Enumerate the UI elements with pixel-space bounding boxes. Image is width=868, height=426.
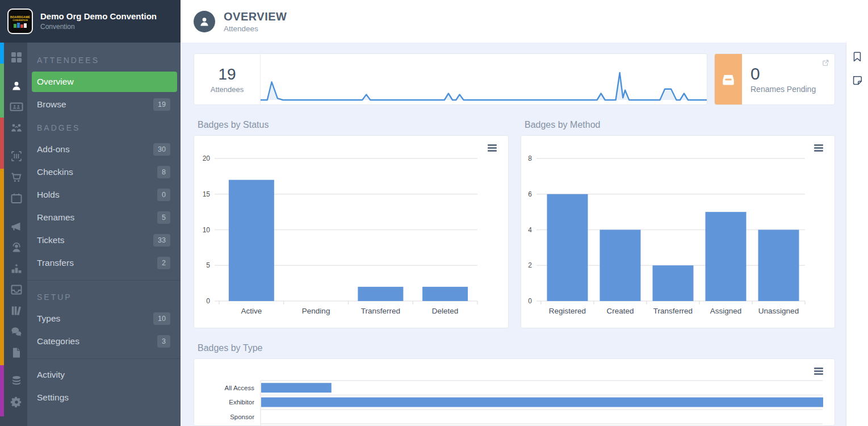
app-title: Demo Org Demo Convention [40, 11, 157, 22]
count-badge: 33 [153, 234, 170, 247]
inbox-tray-icon[interactable] [9, 282, 24, 297]
sidebar-item-label: Add-ons [37, 144, 70, 154]
org-logo[interactable]: BOARDGAME CONVENTION [7, 9, 33, 34]
sidebar-item-add-ons[interactable]: Add-ons30 [32, 139, 177, 160]
sidebar-item-label: Renames [37, 212, 74, 223]
sidebar-item-label: Settings [37, 392, 69, 403]
library-books-icon[interactable] [9, 303, 24, 318]
sidebar-item-label: Transfers [37, 258, 74, 268]
sidebar-item-categories[interactable]: Categories3 [32, 331, 177, 352]
leaderboard-podium-icon[interactable] [9, 261, 24, 276]
badges-by-status-chart: 05101520ActivePendingTransferredDeleted [194, 135, 509, 328]
chat-bubbles-icon[interactable] [9, 324, 24, 339]
app-subtitle: Convention [40, 23, 157, 31]
renames-count-label: Renames Pending [750, 85, 816, 94]
document-file-icon[interactable] [9, 345, 24, 360]
sidebar-item-label: Browse [37, 99, 66, 110]
settings-gear-icon[interactable] [9, 395, 24, 410]
section-label-badges: BADGES [27, 117, 181, 139]
sidebar-item-label: Categories [37, 336, 79, 346]
sidebar-item-holds[interactable]: Holds0 [32, 185, 177, 205]
chart-menu-icon[interactable] [488, 144, 497, 153]
attendees-sparkline-chart [261, 54, 707, 105]
menu-divider [27, 280, 181, 281]
badge-card-icon[interactable] [9, 99, 24, 114]
badges-by-type-title: Badges by Type [198, 343, 835, 353]
volunteers-people-icon[interactable] [9, 120, 24, 135]
attendees-stat-card[interactable]: 19 Attendees [194, 53, 707, 105]
sidebar-item-label: Types [37, 314, 60, 324]
count-badge: 0 [157, 189, 170, 201]
svg-text:Transferred: Transferred [361, 307, 400, 315]
svg-text:Unassigned: Unassigned [758, 307, 799, 315]
svg-text:Created: Created [606, 307, 634, 315]
svg-text:4: 4 [528, 226, 532, 234]
note-icon[interactable] [851, 74, 863, 87]
store-cart-icon[interactable] [9, 170, 24, 185]
events-calendar-icon[interactable] [9, 191, 24, 206]
sidebar: BOARDGAME CONVENTION Demo Org Demo Conve… [0, 0, 181, 426]
svg-text:Pending: Pending [302, 307, 330, 315]
attendees-person-icon[interactable] [9, 78, 24, 93]
rail-color-strip [0, 43, 4, 426]
barcode-scan-icon[interactable] [9, 149, 24, 164]
badges-by-method-title: Badges by Method [525, 120, 835, 130]
sidebar-item-label: Tickets [37, 235, 65, 245]
sidebar-item-renames[interactable]: Renames5 [32, 207, 177, 228]
sidebar-item-overview[interactable]: Overview [32, 72, 177, 92]
dashboard-grid-icon[interactable] [9, 50, 24, 65]
sidebar-item-activity[interactable]: Activity [32, 365, 177, 385]
bookmark-icon[interactable] [851, 51, 863, 63]
external-link-icon[interactable] [821, 59, 830, 67]
page-header: OVERVIEW Attendees [181, 0, 868, 43]
attendees-count-label: Attendees [211, 85, 244, 94]
svg-text:Active: Active [241, 307, 262, 315]
count-badge: 19 [153, 98, 170, 111]
svg-text:15: 15 [203, 190, 211, 198]
count-badge: 8 [157, 166, 170, 178]
svg-text:Registered: Registered [549, 307, 586, 315]
sidebar-item-checkins[interactable]: Checkins8 [32, 162, 177, 182]
sidebar-item-types[interactable]: Types10 [32, 308, 177, 329]
count-badge: 5 [157, 211, 170, 224]
section-label-attendees: ATTENDEES [27, 49, 181, 72]
svg-text:5: 5 [206, 261, 210, 269]
sidebar-item-tickets[interactable]: Tickets33 [32, 230, 177, 250]
finance-coins-icon[interactable] [9, 373, 24, 388]
badges-by-type-chart: All AccessExhibitorSponsor [194, 358, 835, 426]
svg-text:10: 10 [203, 226, 211, 234]
badges-by-status-title: Badges by Status [198, 120, 509, 130]
count-badge: 30 [153, 143, 170, 156]
sidebar-item-browse[interactable]: Browse19 [32, 94, 177, 115]
org-header: BOARDGAME CONVENTION Demo Org Demo Conve… [0, 0, 181, 43]
attendees-count: 19 [218, 65, 236, 83]
svg-text:0: 0 [528, 297, 532, 305]
chart-menu-icon[interactable] [814, 367, 823, 376]
right-toolbar [846, 43, 868, 426]
sidebar-item-settings[interactable]: Settings [32, 387, 177, 408]
svg-text:8: 8 [528, 154, 532, 162]
sidebar-item-transfers[interactable]: Transfers2 [32, 253, 177, 273]
section-label-setup: SETUP [27, 286, 181, 308]
sidebar-item-label: Activity [37, 370, 65, 380]
page-title: OVERVIEW [224, 10, 287, 23]
svg-text:Exhibitor: Exhibitor [229, 399, 254, 406]
svg-text:6: 6 [528, 190, 532, 198]
announce-megaphone-icon[interactable] [9, 219, 24, 234]
artist-headset-icon[interactable] [9, 240, 24, 255]
org-logo-art [14, 23, 27, 28]
chart-menu-icon[interactable] [814, 144, 823, 153]
sidebar-item-label: Checkins [37, 167, 73, 177]
count-badge: 10 [153, 312, 170, 325]
svg-text:Transferred: Transferred [653, 307, 693, 315]
svg-text:Assigned: Assigned [710, 307, 742, 315]
icon-rail [0, 43, 27, 426]
svg-text:2: 2 [528, 261, 532, 269]
renames-inbox-icon [715, 54, 742, 105]
sidebar-item-label: Holds [37, 190, 60, 200]
svg-text:Deleted: Deleted [432, 307, 459, 315]
svg-text:Sponsor: Sponsor [230, 414, 254, 420]
renames-stat-card[interactable]: 0 Renames Pending [714, 53, 835, 105]
attendees-avatar [194, 11, 215, 32]
sidebar-item-label: Overview [37, 77, 74, 87]
